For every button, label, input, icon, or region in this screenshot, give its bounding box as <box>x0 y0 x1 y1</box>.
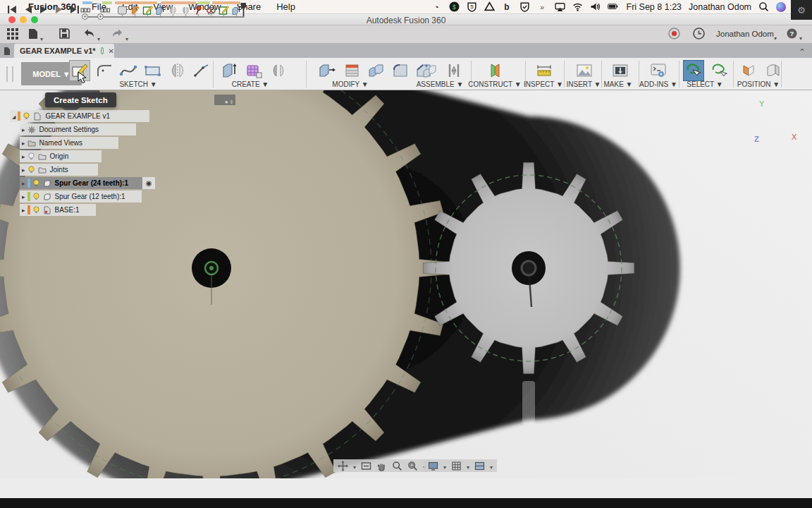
create-mirror-button[interactable] <box>269 61 288 80</box>
capture-position-button[interactable] <box>739 61 758 80</box>
browser-item-label[interactable]: Joints <box>50 166 68 174</box>
browser-item-root[interactable]: GEAR EXAMPLE v1 <box>10 110 149 122</box>
collapse-toolbar-chevron[interactable] <box>799 45 806 58</box>
help-button[interactable]: ? <box>787 28 797 42</box>
timeline-go-to-end-button[interactable] <box>70 4 80 17</box>
insert-image-button[interactable] <box>574 61 594 80</box>
spotlight-search-icon[interactable] <box>758 1 769 12</box>
grid-snap-caret[interactable] <box>467 459 469 472</box>
save-button[interactable] <box>59 28 70 42</box>
section-label-addins[interactable]: ADD-INS ▼ <box>639 80 677 88</box>
expand-caret-icon[interactable] <box>20 126 27 133</box>
timeline-zoom-slider[interactable]: + + <box>83 16 244 18</box>
look-at-icon[interactable] <box>361 461 371 471</box>
drive-icon[interactable] <box>484 1 495 12</box>
sketch-line-button[interactable] <box>192 61 211 80</box>
create-form-button[interactable] <box>244 61 264 80</box>
redo-caret[interactable] <box>125 31 128 44</box>
visibility-bulb-icon[interactable] <box>23 112 30 120</box>
sketch-mirror-button[interactable] <box>168 61 187 80</box>
zoom-window-icon[interactable] <box>407 461 418 471</box>
combine-button[interactable] <box>367 61 386 80</box>
time-machine-icon[interactable]: ◔ <box>431 1 442 12</box>
extrude-button[interactable] <box>220 61 240 80</box>
browser-item-label[interactable]: GEAR EXAMPLE v1 <box>45 112 110 120</box>
undo-caret[interactable] <box>97 31 100 44</box>
help-caret[interactable] <box>799 30 802 43</box>
select-paint-button[interactable] <box>709 61 729 80</box>
timeline-step-back-button[interactable] <box>24 4 32 17</box>
viewports-caret[interactable] <box>490 459 493 472</box>
menubar-user[interactable]: Jonathan Odom <box>689 2 751 12</box>
cash-app-icon[interactable]: $ <box>449 1 460 12</box>
grid-snap-icon[interactable] <box>451 461 462 471</box>
airplay-icon[interactable] <box>555 1 565 12</box>
browser-item-label[interactable]: BASE:1 <box>55 206 80 214</box>
shield-check-icon[interactable] <box>519 1 530 12</box>
browser-item-spur-gear-12[interactable]: Spur Gear (12 teeth):1 <box>20 190 142 202</box>
volume-icon[interactable] <box>590 1 601 12</box>
construct-plane-button[interactable] <box>485 61 505 80</box>
visibility-bulb-icon[interactable] <box>27 152 35 160</box>
expand-caret-icon[interactable] <box>20 206 27 214</box>
viewports-icon[interactable] <box>474 461 485 471</box>
orbit-caret[interactable] <box>353 459 356 472</box>
browser-item-named-views[interactable]: Named Views <box>20 137 118 149</box>
section-label-modify[interactable]: MODIFY ▼ <box>332 80 368 88</box>
timeline-play-button[interactable] <box>39 4 48 17</box>
display-settings-caret[interactable] <box>443 459 446 472</box>
file-menu-caret[interactable] <box>40 31 43 44</box>
menubar-clock[interactable]: Fri Sep 8 1:23 <box>627 2 682 12</box>
forward-arrows-icon[interactable]: » <box>537 1 548 12</box>
expand-caret-icon[interactable] <box>20 152 27 160</box>
fillet-button[interactable] <box>390 61 410 80</box>
browser-item-spur-gear-24[interactable]: Spur Gear (24 teeth):1 <box>20 177 147 189</box>
panel-dot-icon[interactable] <box>225 94 228 107</box>
slider-handle-left[interactable]: + <box>82 13 88 20</box>
expand-caret-icon[interactable] <box>20 193 27 200</box>
browser-item-label[interactable]: Spur Gear (24 teeth):1 <box>55 179 128 187</box>
browser-item-label[interactable]: Document Settings <box>39 126 99 133</box>
record-button[interactable] <box>668 28 680 42</box>
new-component-button[interactable] <box>420 61 440 80</box>
job-status-clock-icon[interactable] <box>693 28 705 42</box>
shield-5-icon[interactable]: 5 <box>467 1 477 12</box>
section-label-inspect[interactable]: INSPECT ▼ <box>524 80 563 88</box>
sketch-rectangle-button[interactable] <box>143 61 163 80</box>
undo-button[interactable] <box>83 28 95 41</box>
toolbar-grip[interactable] <box>6 66 13 82</box>
timeline-step-forward-button[interactable] <box>55 4 63 17</box>
orbit-tool-icon[interactable] <box>338 461 348 471</box>
scripts-addins-button[interactable] <box>648 61 668 80</box>
redo-button[interactable] <box>111 28 123 41</box>
section-label-make[interactable]: MAKE ▼ <box>603 80 632 88</box>
pan-hand-icon[interactable] <box>376 461 387 471</box>
account-user-name[interactable]: Jonathan Odom <box>716 30 774 38</box>
timeline-go-to-start-button[interactable] <box>7 4 17 17</box>
browser-item-label[interactable]: Origin <box>50 152 69 160</box>
section-label-select[interactable]: SELECT ▼ <box>687 80 722 88</box>
battery-icon[interactable] <box>608 1 618 12</box>
expand-caret-icon[interactable] <box>10 112 18 120</box>
timeline-settings-gear-icon[interactable]: ⚙ <box>791 0 812 20</box>
visibility-bulb-icon[interactable] <box>32 179 40 187</box>
display-settings-icon[interactable] <box>428 461 438 471</box>
zoom-tool-icon[interactable] <box>392 461 402 471</box>
account-caret[interactable] <box>774 30 777 43</box>
joint-button[interactable] <box>444 61 464 80</box>
sketch-spline-button[interactable] <box>118 61 138 80</box>
section-label-construct[interactable]: CONSTRUCT ▼ <box>468 80 521 88</box>
visibility-bulb-icon[interactable] <box>27 166 35 174</box>
revert-position-button[interactable] <box>763 61 782 80</box>
section-label-sketch[interactable]: SKETCH ▼ <box>119 80 156 88</box>
app-launcher-icon[interactable] <box>7 28 18 42</box>
app-menu[interactable]: Fusion 360 <box>28 1 76 12</box>
document-tab[interactable]: GEAR EXAMPLE v1* <box>14 44 114 58</box>
model-viewport[interactable] <box>0 90 812 478</box>
browser-item-origin[interactable]: Origin <box>20 150 102 162</box>
slider-handle-right[interactable]: + <box>97 13 104 20</box>
sketch-fillet-button[interactable] <box>95 61 115 80</box>
section-label-assemble[interactable]: ASSEMBLE ▼ <box>417 80 464 88</box>
browser-item-label[interactable]: Named Views <box>39 139 83 147</box>
expand-caret-icon[interactable] <box>20 166 27 174</box>
